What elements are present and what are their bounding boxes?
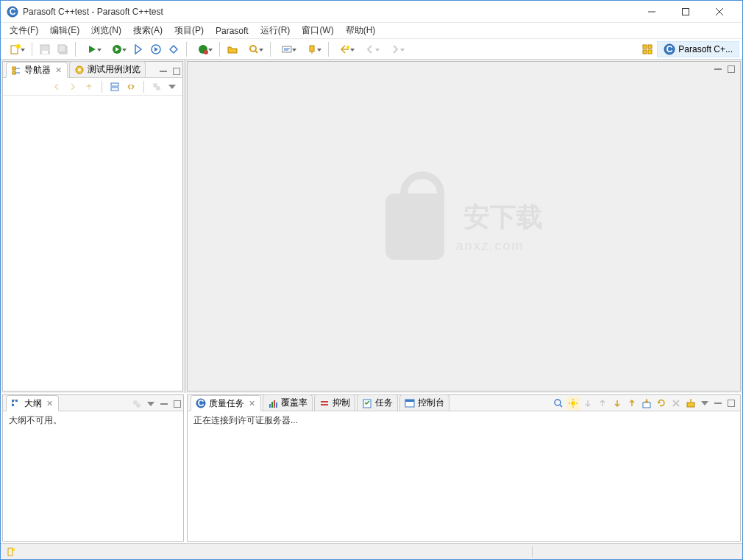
annotation-button[interactable] — [275, 41, 299, 57]
menu-project[interactable]: 项目(P) — [168, 23, 210, 38]
tab-quality[interactable]: C 质量任务 ✕ — [191, 395, 261, 411]
svg-rect-85 — [714, 403, 722, 404]
arrow-up-icon[interactable] — [596, 397, 609, 410]
close-icon[interactable]: ✕ — [54, 65, 63, 74]
svg-rect-49 — [714, 68, 722, 70]
svg-rect-29 — [643, 45, 647, 49]
perspective-parasoft[interactable]: C Parasoft C+... — [657, 41, 739, 57]
link-editor-icon[interactable] — [124, 80, 138, 93]
tab-navigator[interactable]: 导航器 ✕ — [6, 62, 68, 78]
open-button[interactable] — [224, 41, 241, 57]
svg-rect-59 — [160, 403, 168, 405]
config-icon[interactable] — [684, 397, 697, 410]
import-icon[interactable] — [640, 397, 653, 410]
console-icon — [405, 398, 415, 408]
watermark-text: 安下载 — [463, 199, 543, 235]
svg-rect-45 — [111, 88, 118, 91]
highlight-icon[interactable] — [566, 397, 580, 410]
tab-outline[interactable]: 大纲 ✕ — [6, 395, 59, 411]
svg-rect-63 — [269, 404, 271, 408]
coverage-button[interactable] — [166, 41, 182, 57]
delete-icon[interactable] — [669, 397, 683, 410]
minimize-button[interactable] — [635, 1, 669, 22]
toolbar-separator — [219, 42, 220, 57]
view-menu-icon[interactable] — [166, 81, 178, 93]
tab-quality-label: 质量任务 — [209, 397, 244, 410]
watermark-sub: anxz.com — [456, 238, 525, 254]
external-button[interactable] — [148, 41, 164, 57]
pin-button[interactable] — [300, 41, 324, 57]
maximize-view-icon[interactable] — [725, 397, 737, 409]
editor-area: 安下载 anxz.com — [187, 61, 741, 391]
back-button[interactable] — [358, 41, 382, 57]
nav-button[interactable] — [333, 41, 357, 57]
navigator-body[interactable] — [3, 96, 182, 391]
debug-button[interactable] — [130, 41, 146, 57]
arrow-up-yellow-icon[interactable] — [625, 397, 639, 410]
maximize-button[interactable] — [669, 1, 703, 22]
svg-rect-42 — [174, 68, 180, 75]
menu-file[interactable]: 文件(F) — [4, 23, 44, 38]
svg-rect-67 — [321, 401, 328, 403]
tab-testcase[interactable]: 测试用例浏览 — [69, 61, 146, 77]
tab-outline-label: 大纲 — [24, 397, 42, 410]
run-last-button[interactable] — [105, 41, 129, 57]
collapse-all-icon[interactable] — [108, 80, 121, 93]
menu-search[interactable]: 搜索(A) — [127, 23, 168, 38]
forward-button[interactable] — [383, 41, 407, 57]
menu-run[interactable]: 运行(R) — [255, 23, 296, 38]
menu-help[interactable]: 帮助(H) — [340, 23, 382, 38]
svg-text:C: C — [198, 398, 205, 408]
toolbar-separator — [328, 42, 329, 57]
arrow-down-icon[interactable] — [581, 397, 594, 410]
search-icon[interactable] — [552, 397, 565, 410]
forward-icon[interactable] — [66, 80, 79, 93]
svg-point-47 — [156, 86, 160, 91]
svg-rect-31 — [643, 50, 647, 54]
test-button[interactable] — [191, 41, 215, 57]
svg-rect-65 — [274, 400, 275, 408]
menu-parasoft[interactable]: Parasoft — [210, 24, 255, 38]
close-icon[interactable]: ✕ — [45, 399, 54, 408]
open-perspective-button[interactable] — [639, 41, 655, 57]
minimize-view-icon[interactable] — [158, 398, 170, 410]
view-menu-icon[interactable] — [145, 398, 157, 410]
svg-rect-71 — [405, 400, 414, 402]
outline-filter-icon[interactable] — [130, 397, 143, 411]
tab-tasks[interactable]: 任务 — [357, 394, 398, 411]
filter-icon[interactable] — [150, 80, 163, 93]
new-button[interactable] — [4, 41, 27, 57]
maximize-view-icon[interactable] — [171, 65, 182, 77]
svg-marker-15 — [135, 45, 141, 54]
save-button[interactable] — [37, 41, 53, 57]
tab-coverage[interactable]: 覆盖率 — [263, 394, 313, 411]
tab-console[interactable]: 控制台 — [399, 394, 449, 411]
toolbar-separator — [143, 81, 144, 93]
minimize-view-icon[interactable] — [712, 63, 724, 75]
suppress-icon — [319, 398, 330, 408]
maximize-view-icon[interactable] — [725, 63, 737, 75]
tab-suppressions[interactable]: 抑制 — [314, 394, 355, 411]
svg-rect-30 — [648, 45, 652, 49]
svg-rect-51 — [12, 400, 14, 402]
minimize-view-icon[interactable] — [712, 397, 724, 409]
search-button[interactable] — [242, 41, 266, 57]
up-icon[interactable] — [82, 80, 96, 93]
run-button[interactable] — [80, 41, 104, 57]
status-bar — [1, 543, 742, 559]
maximize-view-icon[interactable] — [171, 398, 183, 410]
refresh-icon[interactable] — [655, 397, 668, 410]
menu-edit[interactable]: 编辑(E) — [44, 23, 85, 38]
save-all-button[interactable] — [54, 41, 71, 57]
menu-navigate[interactable]: 浏览(N) — [85, 23, 127, 38]
close-icon[interactable]: ✕ — [247, 399, 256, 408]
menu-window[interactable]: 窗口(W) — [296, 23, 339, 38]
arrow-down-yellow-icon[interactable] — [611, 397, 624, 410]
status-icon[interactable] — [5, 547, 15, 557]
view-menu-icon[interactable] — [699, 397, 711, 409]
back-icon[interactable] — [50, 80, 63, 93]
tab-suppressions-label: 抑制 — [333, 397, 350, 409]
minimize-view-icon[interactable] — [157, 65, 169, 77]
svg-rect-41 — [160, 71, 167, 72]
close-button[interactable] — [703, 1, 736, 22]
